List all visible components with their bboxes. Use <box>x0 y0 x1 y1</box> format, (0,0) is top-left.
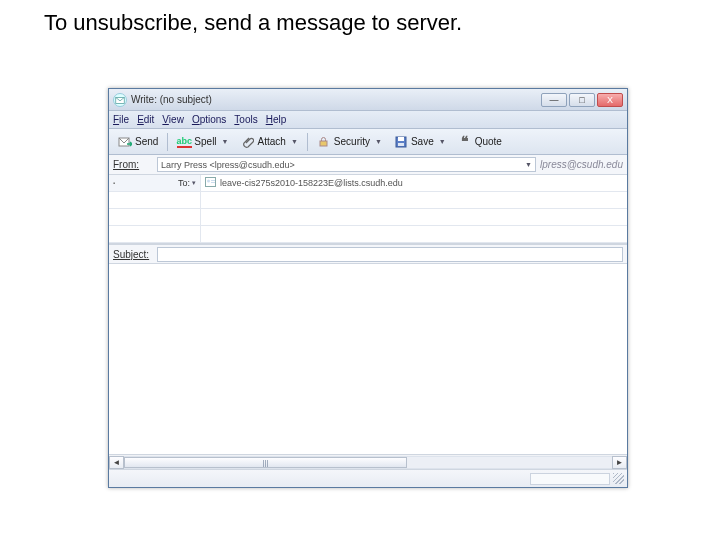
resize-grip-icon[interactable] <box>613 473 624 484</box>
quote-icon: ❝ <box>458 135 472 149</box>
from-identity: lpress@csudh.edu <box>540 159 623 170</box>
from-value: Larry Press <lpress@csudh.edu> <box>161 158 295 172</box>
menu-options[interactable]: Options <box>192 114 226 125</box>
statusbar <box>109 469 627 487</box>
compose-window: Write: (no subject) — □ X File Edit View… <box>108 88 628 488</box>
menu-tools[interactable]: Tools <box>234 114 257 125</box>
subject-input[interactable] <box>157 247 623 262</box>
svg-point-7 <box>207 180 210 183</box>
envelope-send-icon <box>118 135 132 149</box>
send-label: Send <box>135 136 158 147</box>
save-label: Save <box>411 136 434 147</box>
chevron-down-icon: ▼ <box>525 158 532 172</box>
menubar: File Edit View Options Tools Help <box>109 111 627 129</box>
scroll-thumb[interactable]: ||| <box>124 457 407 468</box>
paperclip-icon <box>241 135 255 149</box>
recipient-row-empty[interactable] <box>109 192 627 209</box>
security-button[interactable]: Security ▼ <box>312 132 387 152</box>
contact-card-icon <box>205 177 216 189</box>
spell-label: Spell <box>194 136 216 147</box>
recipient-row-empty[interactable] <box>109 209 627 226</box>
chevron-down-icon: ▼ <box>439 138 446 145</box>
menu-help[interactable]: Help <box>266 114 287 125</box>
svg-rect-4 <box>398 137 404 141</box>
scroll-track[interactable]: ||| <box>124 456 612 469</box>
recipient-row: ▪ To: ▾ leave-cis275s2010-158223E@lists.… <box>109 175 627 192</box>
spellcheck-icon <box>177 135 191 149</box>
svg-rect-9 <box>211 182 215 183</box>
subject-label: Subject: <box>113 249 157 260</box>
recipient-row-empty[interactable] <box>109 226 627 243</box>
attach-label: Attach <box>258 136 286 147</box>
scroll-right-arrow[interactable]: ► <box>612 456 627 469</box>
floppy-disk-icon <box>394 135 408 149</box>
toolbar-separator <box>167 133 168 151</box>
recipient-type-label: To: <box>178 178 190 188</box>
app-icon <box>113 93 127 107</box>
toolbar-separator <box>307 133 308 151</box>
chevron-down-icon: ▼ <box>375 138 382 145</box>
security-label: Security <box>334 136 370 147</box>
message-body[interactable] <box>109 264 627 454</box>
toolbar: Send Spell ▼ Attach ▼ Security ▼ <box>109 129 627 155</box>
recipient-address: leave-cis275s2010-158223E@lists.csudh.ed… <box>220 178 403 188</box>
send-button[interactable]: Send <box>113 132 163 152</box>
chevron-down-icon: ▾ <box>192 179 196 187</box>
menu-file[interactable]: File <box>113 114 129 125</box>
menu-edit[interactable]: Edit <box>137 114 154 125</box>
row-handle-icon: ▪ <box>113 180 115 186</box>
save-button[interactable]: Save ▼ <box>389 132 451 152</box>
spell-button[interactable]: Spell ▼ <box>172 132 233 152</box>
menu-view[interactable]: View <box>162 114 184 125</box>
recipient-address-cell[interactable]: leave-cis275s2010-158223E@lists.csudh.ed… <box>201 175 627 191</box>
scroll-left-arrow[interactable]: ◄ <box>109 456 124 469</box>
svg-rect-5 <box>398 143 404 146</box>
window-title: Write: (no subject) <box>131 94 539 105</box>
from-row: From: Larry Press <lpress@csudh.edu> ▼ l… <box>109 155 627 175</box>
titlebar[interactable]: Write: (no subject) — □ X <box>109 89 627 111</box>
maximize-button[interactable]: □ <box>569 93 595 107</box>
minimize-button[interactable]: — <box>541 93 567 107</box>
from-label: From: <box>113 159 157 170</box>
svg-rect-2 <box>320 141 327 146</box>
quote-label: Quote <box>475 136 502 147</box>
lock-icon <box>317 135 331 149</box>
chevron-down-icon: ▼ <box>222 138 229 145</box>
chevron-down-icon: ▼ <box>291 138 298 145</box>
subject-row: Subject: <box>109 244 627 264</box>
from-dropdown[interactable]: Larry Press <lpress@csudh.edu> ▼ <box>157 157 536 172</box>
recipients-grid: ▪ To: ▾ leave-cis275s2010-158223E@lists.… <box>109 175 627 244</box>
quote-button[interactable]: ❝ Quote <box>453 132 507 152</box>
horizontal-scrollbar[interactable]: ◄ ||| ► <box>109 454 627 469</box>
close-button[interactable]: X <box>597 93 623 107</box>
recipient-type-dropdown[interactable]: ▪ To: ▾ <box>109 175 201 191</box>
window-controls: — □ X <box>539 93 623 107</box>
status-pane <box>530 473 610 485</box>
svg-rect-8 <box>211 180 215 181</box>
page-caption: To unsubscribe, send a message to server… <box>0 0 720 36</box>
attach-button[interactable]: Attach ▼ <box>236 132 303 152</box>
